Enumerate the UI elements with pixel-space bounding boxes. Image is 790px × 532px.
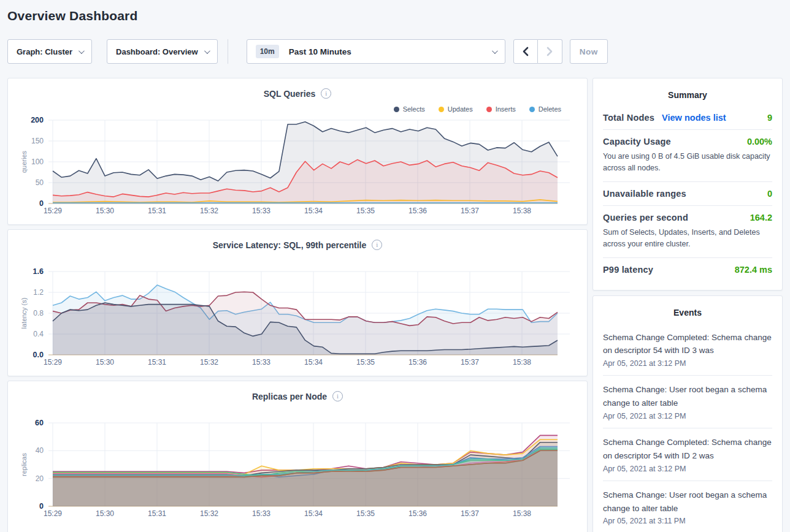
info-icon[interactable] — [372, 240, 382, 250]
summary-row-queries-per-second: Queries per second 164.2 Sum of Selects,… — [603, 206, 772, 257]
replicas-chart-canvas[interactable]: 15:2915:3015:3115:3215:3315:3415:3515:36… — [8, 381, 588, 528]
info-icon[interactable] — [332, 391, 343, 401]
svg-text:0.0: 0.0 — [33, 351, 44, 359]
svg-text:15:32: 15:32 — [200, 509, 218, 518]
summary-label: Total Nodes — [603, 113, 654, 123]
view-nodes-list-link[interactable]: View nodes list — [662, 113, 726, 123]
svg-text:15:36: 15:36 — [408, 358, 427, 367]
dashboard-dropdown-label: Dashboard: Overview — [116, 47, 198, 56]
legend-dot-icon — [486, 107, 492, 112]
legend-item-deletes[interactable]: Deletes — [529, 105, 561, 113]
svg-text:15:34: 15:34 — [304, 358, 323, 367]
summary-description: Sum of Selects, Updates, Inserts, and De… — [603, 227, 772, 251]
svg-text:15:29: 15:29 — [44, 358, 62, 367]
chart-card-service-latency: Service Latency: SQL, 99th percentile 15… — [7, 229, 588, 376]
svg-text:15:33: 15:33 — [252, 358, 270, 367]
legend-item-updates[interactable]: Updates — [439, 105, 473, 113]
event-list-item[interactable]: Schema Change Completed: Schema change o… — [603, 428, 772, 481]
svg-text:15:30: 15:30 — [96, 358, 114, 367]
graph-dropdown-label: Graph: Cluster — [17, 47, 72, 56]
legend-label: Updates — [448, 105, 473, 113]
chart-title: SQL Queries — [264, 89, 316, 99]
svg-text:15:29: 15:29 — [44, 509, 62, 518]
svg-text:100: 100 — [31, 158, 44, 166]
chevron-left-icon — [522, 47, 529, 56]
summary-label: P99 latency — [603, 265, 653, 275]
time-range-selector[interactable]: 10m Past 10 Minutes — [247, 39, 505, 64]
chart-legend: SelectsUpdatesInsertsDeletes — [394, 105, 561, 113]
event-message: Schema Change: User root began a schema … — [603, 383, 772, 410]
svg-text:15:38: 15:38 — [513, 358, 531, 367]
events-title: Events — [603, 305, 772, 324]
info-icon[interactable] — [321, 88, 331, 99]
chevron-right-icon — [546, 47, 553, 56]
toolbar: Graph: Cluster Dashboard: Overview 10m P… — [7, 39, 783, 64]
chart-card-sql-queries: SQL Queries SelectsUpdatesInsertsDeletes… — [7, 78, 588, 225]
summary-description: You are using 0 B of 4.5 GiB usable disk… — [603, 151, 772, 175]
service-latency-chart-canvas[interactable]: 15:2915:3015:3115:3215:3315:3415:3515:36… — [8, 230, 588, 377]
summary-label: Queries per second — [603, 213, 688, 222]
graph-dropdown[interactable]: Graph: Cluster — [7, 39, 92, 64]
svg-text:15:35: 15:35 — [356, 509, 375, 518]
now-button[interactable]: Now — [570, 39, 608, 64]
legend-label: Inserts — [496, 105, 516, 113]
svg-text:20: 20 — [36, 474, 44, 483]
svg-text:0: 0 — [39, 502, 44, 511]
svg-text:15:32: 15:32 — [200, 358, 218, 367]
dashboard-dropdown[interactable]: Dashboard: Overview — [107, 39, 218, 64]
summary-value: 9 — [767, 113, 772, 123]
event-list-item[interactable]: Schema Change Completed: Schema change o… — [603, 324, 772, 376]
svg-text:15:35: 15:35 — [356, 207, 375, 215]
summary-label: Unavailable ranges — [603, 189, 686, 199]
event-timestamp: Apr 05, 2021 at 3:11 PM — [603, 517, 772, 525]
svg-text:15:33: 15:33 — [252, 207, 270, 215]
svg-text:15:37: 15:37 — [461, 509, 479, 518]
svg-text:15:31: 15:31 — [148, 207, 166, 215]
svg-text:15:37: 15:37 — [461, 207, 479, 215]
svg-text:60: 60 — [35, 419, 44, 427]
event-timestamp: Apr 05, 2021 at 3:12 PM — [603, 412, 772, 420]
svg-text:15:36: 15:36 — [408, 207, 427, 215]
sidebar-column: Summary Total Nodes View nodes list 9 Ca… — [592, 78, 783, 532]
svg-text:0: 0 — [39, 199, 44, 208]
time-forward-button[interactable] — [538, 39, 562, 64]
chart-card-replicas-per-node: Replicas per Node 15:2915:3015:3115:3215… — [7, 381, 588, 532]
time-nav-group — [513, 39, 562, 64]
event-list-item[interactable]: Schema Change: User root began a schema … — [603, 376, 772, 428]
sql-queries-chart-canvas[interactable]: 15:2915:3015:3115:3215:3315:3415:3515:36… — [8, 78, 588, 226]
svg-text:15:34: 15:34 — [304, 509, 323, 518]
event-message: Schema Change: User root began a schema … — [603, 488, 772, 515]
svg-text:15:38: 15:38 — [513, 509, 531, 518]
legend-dot-icon — [439, 107, 444, 112]
summary-label: Capacity Usage — [603, 137, 671, 146]
event-message: Schema Change Completed: Schema change o… — [603, 331, 772, 358]
charts-column: SQL Queries SelectsUpdatesInsertsDeletes… — [7, 78, 588, 532]
legend-item-inserts[interactable]: Inserts — [486, 105, 516, 113]
summary-row-p99-latency: P99 latency 872.4 ms — [603, 258, 772, 281]
svg-text:40: 40 — [36, 446, 44, 455]
svg-text:15:33: 15:33 — [252, 509, 270, 518]
chevron-down-icon — [204, 48, 210, 54]
chart-header: Service Latency: SQL, 99th percentile — [8, 240, 587, 250]
summary-row-unavailable-ranges: Unavailable ranges 0 — [603, 182, 772, 205]
time-range-badge: 10m — [256, 45, 279, 58]
event-list-item[interactable]: Schema Change: User root began a schema … — [603, 481, 772, 532]
svg-text:150: 150 — [31, 137, 44, 145]
svg-text:15:32: 15:32 — [200, 207, 218, 215]
legend-dot-icon — [394, 107, 399, 112]
svg-text:queries: queries — [20, 150, 28, 173]
svg-text:15:29: 15:29 — [44, 207, 62, 215]
svg-text:15:31: 15:31 — [148, 358, 166, 367]
summary-value: 164.2 — [750, 213, 772, 222]
legend-item-selects[interactable]: Selects — [394, 105, 425, 113]
svg-text:15:36: 15:36 — [408, 509, 427, 518]
chart-title: Replicas per Node — [252, 392, 327, 401]
main-layout: SQL Queries SelectsUpdatesInsertsDeletes… — [7, 78, 783, 532]
summary-row-capacity-usage: Capacity Usage 0.00% You are using 0 B o… — [603, 130, 772, 181]
svg-text:1.6: 1.6 — [33, 267, 44, 276]
time-back-button[interactable] — [513, 39, 538, 64]
svg-text:50: 50 — [36, 178, 44, 187]
svg-text:15:37: 15:37 — [461, 358, 479, 367]
svg-text:latency (s): latency (s) — [20, 298, 28, 329]
summary-row-total-nodes: Total Nodes View nodes list 9 — [603, 106, 772, 129]
